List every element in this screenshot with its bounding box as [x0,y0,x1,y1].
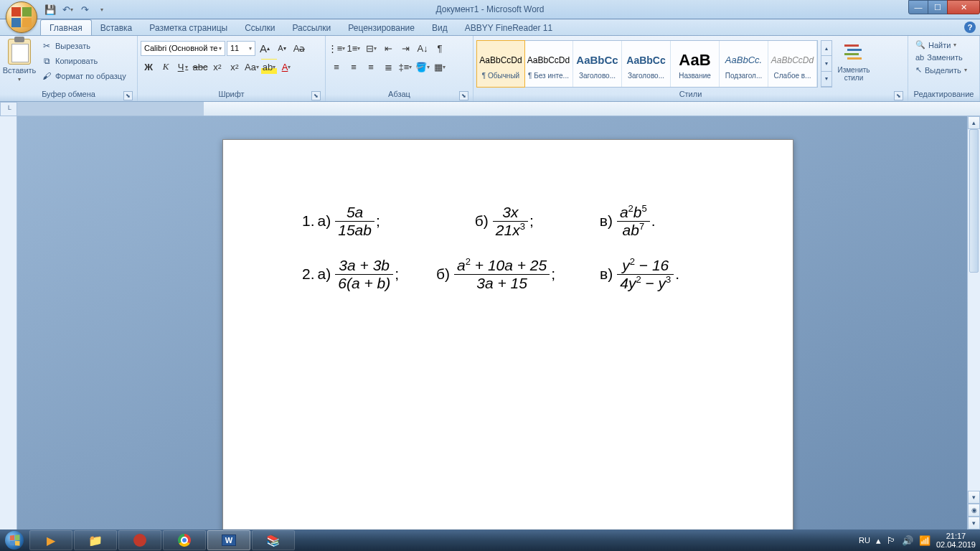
multilevel-button[interactable]: ⊟▾ [363,40,379,56]
tab-references[interactable]: Ссылки [236,20,283,35]
find-button[interactable]: 🔍Найти▾ [914,39,969,51]
bold-button[interactable]: Ж [141,59,156,75]
next-page-button[interactable]: ▾ [968,517,980,529]
replace-button[interactable]: abЗаменить [914,52,969,63]
tab-home[interactable]: Главная [40,19,92,35]
justify-button[interactable]: ≣ [380,59,396,75]
outdent-button[interactable]: ⇤ [380,40,396,56]
task-winrar[interactable]: 📚 [252,530,295,550]
document-viewport[interactable]: 1.а) 5a15ab ; б) 3x21x3 ; в) a2b5ab7 [17,116,980,529]
line-spacing-button[interactable]: ‡≡▾ [397,59,413,75]
start-button[interactable] [0,529,29,551]
style-item-2[interactable]: AaBbCcЗаголово... [573,41,622,87]
highlight-button[interactable]: ab▾ [261,59,277,75]
ruler-corner[interactable]: └ [0,102,17,116]
select-button[interactable]: ↖Выделить▾ [914,64,969,76]
group-paragraph-label: Абзац⬊ [329,90,470,101]
qat-customize[interactable]: ▾ [95,2,109,17]
office-button[interactable] [6,1,37,33]
volume-icon[interactable]: 🔊 [902,535,913,546]
task-word[interactable]: W [207,530,250,550]
clear-format-button[interactable]: Aa̶ [291,40,307,56]
qat-undo[interactable]: ↶▾ [60,2,75,17]
borders-button[interactable]: ▦▾ [432,59,448,75]
page[interactable]: 1.а) 5a15ab ; б) 3x21x3 ; в) a2b5ab7 [222,139,793,529]
style-item-0[interactable]: AaBbCcDd¶ Обычный [476,40,525,88]
shrink-font-button[interactable]: A▾ [274,40,290,56]
help-icon[interactable]: ? [964,22,976,33]
action-center-icon[interactable]: 🏳 [887,535,896,546]
scroll-up-button[interactable]: ▴ [968,116,980,129]
copy-button[interactable]: ⧉Копировать [39,54,128,68]
show-marks-button[interactable]: ¶ [432,40,448,56]
italic-button[interactable]: К [158,59,174,75]
clock[interactable]: 21:17 02.04.2019 [936,532,976,549]
sort-button[interactable]: A↓ [415,40,430,56]
language-indicator[interactable]: RU [859,536,870,545]
align-center-icon: ≡ [351,62,357,72]
subscript-button[interactable]: x2 [209,59,225,75]
align-center-button[interactable]: ≡ [346,59,362,75]
paste-button[interactable]: Вставить ▾ [3,37,36,83]
vertical-ruler[interactable] [0,116,17,529]
bullets-button[interactable]: ⋮≡▾ [329,40,344,56]
minimize-button[interactable]: — [908,0,928,14]
tab-review[interactable]: Рецензирование [339,20,423,35]
indent-button[interactable]: ⇥ [397,40,413,56]
font-launcher[interactable]: ⬊ [311,91,321,100]
styles-launcher[interactable]: ⬊ [894,91,903,100]
align-right-button[interactable]: ≡ [363,59,379,75]
title-bar: 💾 ↶▾ ↷ ▾ Документ1 - Microsoft Word — ☐ … [0,0,980,19]
tab-mailings[interactable]: Рассылки [283,20,339,35]
close-button[interactable]: ✕ [947,0,980,14]
style-item-4[interactable]: АаВНазвание [671,41,720,87]
task-opera[interactable] [118,530,161,550]
change-styles-button[interactable]: Изменить стили [835,40,872,83]
qat-save[interactable]: 💾 [43,2,57,17]
gallery-more[interactable]: ▾ [821,72,831,87]
numbering-button[interactable]: 1≡▾ [346,40,362,56]
maximize-button[interactable]: ☐ [928,0,948,14]
shading-button[interactable]: 🪣▾ [415,59,430,75]
style-item-6[interactable]: AaBbCcDdСлабое в... [768,41,817,87]
qat-redo[interactable]: ↷ [77,2,92,17]
network-icon[interactable]: 📶 [919,535,930,546]
align-left-button[interactable]: ≡ [329,59,344,75]
grow-font-button[interactable]: A▴ [257,40,273,56]
tray-expand-icon[interactable]: ▴ [876,535,881,546]
gallery-down[interactable]: ▾ [821,56,831,71]
task-chrome[interactable] [163,530,206,550]
tab-page-layout[interactable]: Разметка страницы [141,20,236,35]
document-area: └ 1.а) 5a15ab ; б) 3 [0,102,980,529]
vertical-scrollbar[interactable]: ▴ ▾ ◉ ▾ [967,116,980,529]
underline-button[interactable]: Ч▾ [175,59,191,75]
clipboard-launcher[interactable]: ⬊ [123,91,133,100]
format-painter-button[interactable]: 🖌Формат по образцу [39,69,128,83]
font-name-combo[interactable]: Calibri (Основной те▾ [141,41,225,56]
task-media-player[interactable]: ▶ [29,530,72,550]
scroll-down-button[interactable]: ▾ [968,491,980,504]
cut-button[interactable]: ✂Вырезать [39,39,128,53]
style-item-1[interactable]: AaBbCcDd¶ Без инте... [524,41,573,87]
prev-page-button[interactable]: ◉ [968,504,980,517]
gallery-up[interactable]: ▴ [821,41,831,56]
font-color-button[interactable]: A▾ [278,59,294,75]
scroll-thumb[interactable] [969,129,979,273]
horizontal-ruler[interactable] [17,102,980,116]
font-size-combo[interactable]: 11▾ [227,41,255,56]
strike-button[interactable]: abc [192,59,208,75]
task-explorer[interactable]: 📁 [74,530,117,550]
style-item-3[interactable]: AaBbCcЗаголово... [622,41,671,87]
superscript-button[interactable]: x2 [227,59,242,75]
copy-icon: ⧉ [41,55,52,67]
tab-insert[interactable]: Вставка [92,20,141,35]
tab-view[interactable]: Вид [423,20,456,35]
find-icon: 🔍 [915,40,925,50]
tab-abbyy[interactable]: ABBYY FineReader 11 [456,20,562,35]
style-item-5[interactable]: AaBbCc.Подзагол... [720,41,768,87]
line-spacing-icon: ‡≡ [399,62,410,72]
pilcrow-icon: ¶ [438,43,443,54]
change-case-button[interactable]: Aa▾ [244,59,260,75]
paragraph-launcher[interactable]: ⬊ [459,91,468,100]
taskbar: ▶ 📁 W 📚 RU ▴ 🏳 🔊 📶 21:17 02.04.2019 [0,529,980,551]
